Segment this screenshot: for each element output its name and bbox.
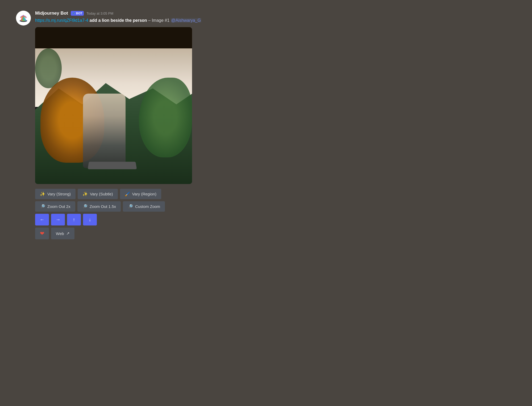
zoom-out-1-5x-label: Zoom Out 1.5x xyxy=(90,204,116,209)
check-icon: ✓ xyxy=(72,11,75,15)
vary-strong-label: Vary (Strong) xyxy=(47,192,71,196)
vary-region-icon: 🖌️ xyxy=(125,191,130,196)
image-laptop xyxy=(88,162,137,169)
buttons-area: ✨ Vary (Strong) ✨ Vary (Subtle) 🖌️ Vary … xyxy=(35,189,201,239)
zoom-out-2x-icon: 🔎 xyxy=(40,204,45,209)
vary-subtle-button[interactable]: ✨ Vary (Subtle) xyxy=(78,189,118,199)
web-label: Web xyxy=(56,231,64,236)
pan-up-button[interactable]: ↑ xyxy=(67,214,81,225)
vary-strong-icon: ✨ xyxy=(40,191,45,196)
mention: @Aishwarya_G xyxy=(171,18,201,23)
zoom-out-2x-button[interactable]: 🔎 Zoom Out 2x xyxy=(35,201,75,212)
image-link[interactable]: https://s.mj.run/qZFl9d1a7-4 xyxy=(35,18,88,23)
bot-avatar xyxy=(16,11,31,26)
action-button-row: ❤ Web ↗ xyxy=(35,228,201,239)
prompt-text: add a lion beside the person – Image #1 xyxy=(90,18,171,23)
external-link-icon: ↗ xyxy=(66,231,70,236)
ai-image-container[interactable] xyxy=(35,27,192,184)
pan-up-icon: ↑ xyxy=(73,217,75,223)
bot-badge: ✓ BOT xyxy=(71,11,84,16)
message-container: Midjourney Bot ✓ BOT Today at 3:05 PM ht… xyxy=(16,11,201,239)
vary-subtle-label: Vary (Subtle) xyxy=(90,192,113,196)
vary-button-row: ✨ Vary (Strong) ✨ Vary (Subtle) 🖌️ Vary … xyxy=(35,189,201,199)
pan-right-button[interactable]: → xyxy=(51,214,65,225)
heart-icon: ❤ xyxy=(40,230,44,237)
pan-button-row: ← → ↑ ↓ xyxy=(35,214,201,225)
message-header: Midjourney Bot ✓ BOT Today at 3:05 PM xyxy=(35,11,201,16)
heart-button[interactable]: ❤ xyxy=(35,228,49,239)
vary-region-label: Vary (Region) xyxy=(132,192,156,196)
message-body: Midjourney Bot ✓ BOT Today at 3:05 PM ht… xyxy=(35,11,201,239)
pan-left-icon: ← xyxy=(40,217,44,223)
image-person xyxy=(83,94,126,168)
message-content: https://s.mj.run/qZFl9d1a7-4 add a lion … xyxy=(35,18,201,23)
zoom-out-1-5x-button[interactable]: 🔎 Zoom Out 1.5x xyxy=(77,201,121,212)
zoom-button-row: 🔎 Zoom Out 2x 🔎 Zoom Out 1.5x 🔎 Custom Z… xyxy=(35,201,201,212)
ai-image xyxy=(35,27,192,184)
pan-left-button[interactable]: ← xyxy=(35,214,49,225)
pan-right-icon: → xyxy=(56,217,60,223)
bot-name: Midjourney Bot xyxy=(35,11,68,16)
timestamp: Today at 3:05 PM xyxy=(86,11,113,15)
custom-zoom-button[interactable]: 🔎 Custom Zoom xyxy=(123,201,165,212)
zoom-out-2x-label: Zoom Out 2x xyxy=(47,204,70,209)
pan-down-button[interactable]: ↓ xyxy=(83,214,97,225)
vary-strong-button[interactable]: ✨ Vary (Strong) xyxy=(35,189,76,199)
web-button[interactable]: Web ↗ xyxy=(51,228,74,239)
vary-region-button[interactable]: 🖌️ Vary (Region) xyxy=(120,189,161,199)
custom-zoom-icon: 🔎 xyxy=(128,204,133,209)
pan-down-icon: ↓ xyxy=(89,217,91,223)
zoom-out-1-5x-icon: 🔎 xyxy=(82,204,88,209)
custom-zoom-label: Custom Zoom xyxy=(135,204,160,209)
image-roof xyxy=(35,27,192,48)
vary-subtle-icon: ✨ xyxy=(82,191,88,196)
